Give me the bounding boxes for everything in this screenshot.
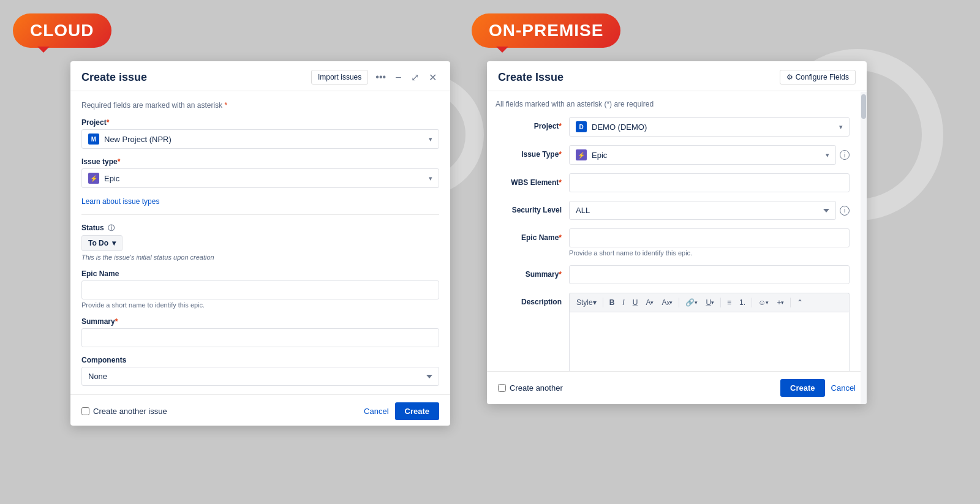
underline-button[interactable]: U <box>630 296 641 309</box>
expand-toolbar-button[interactable]: ⌃ <box>794 296 806 309</box>
minimize-button[interactable]: – <box>393 70 404 84</box>
components-label: Components <box>81 356 439 364</box>
onpremise-project-row: Project* D DEMO (DEMO) ▾ <box>496 117 850 137</box>
learn-issue-types-link[interactable]: Learn about issue types <box>81 197 159 206</box>
epic-name-input[interactable] <box>81 280 439 299</box>
cloud-dialog-title: Create issue <box>81 71 147 84</box>
security-info-icon[interactable]: i <box>840 206 850 216</box>
onpremise-create-another-checkbox[interactable] <box>498 384 506 392</box>
expand-button[interactable]: ⤢ <box>409 70 421 85</box>
components-select[interactable]: None <box>81 367 439 386</box>
toolbar-separator-3 <box>720 298 721 307</box>
project-select-wrapper[interactable]: M New Project (NPR) ▾ <box>81 129 439 149</box>
onpremise-summary-label: Summary* <box>496 265 569 279</box>
link-button[interactable]: 🔗 ▾ <box>682 296 701 309</box>
text-style-button[interactable]: Ax ▾ <box>658 296 676 309</box>
cloud-dialog-header-actions: Import issues ••• – ⤢ ✕ <box>311 70 439 85</box>
issue-type-field-group: Issue type* ⚡ Epic ▾ <box>81 157 439 188</box>
insert-button[interactable]: + ▾ <box>774 296 787 309</box>
bullet-list-button[interactable]: ≡ <box>724 296 734 309</box>
project-select[interactable]: New Project (NPR) <box>104 135 426 144</box>
onpremise-summary-row: Summary* <box>496 265 850 284</box>
style-dropdown-button[interactable]: Style ▾ <box>573 296 600 309</box>
onpremise-issue-type-label: Issue Type* <box>496 145 569 159</box>
issue-type-info-icon[interactable]: i <box>840 150 850 160</box>
issue-type-select[interactable]: Epic <box>104 174 426 183</box>
onpremise-create-button[interactable]: Create <box>780 379 824 397</box>
required-note: Required fields are marked with an aster… <box>81 101 439 110</box>
issue-type-label: Issue type* <box>81 157 439 166</box>
onpremise-issue-type-select-wrapper[interactable]: ⚡ Epic ▾ <box>569 145 836 165</box>
status-button[interactable]: To Do ▾ <box>81 235 123 251</box>
cloud-dialog-body: Required fields are marked with an aster… <box>70 91 450 394</box>
description-label: Description <box>496 293 569 306</box>
wbs-element-field <box>569 173 850 192</box>
security-level-label: Security Level <box>496 201 569 214</box>
onpremise-project-select[interactable]: DEMO (DEMO) <box>592 122 837 132</box>
more-options-button[interactable]: ••• <box>373 70 388 84</box>
toolbar-separator-4 <box>752 298 752 307</box>
wbs-element-input[interactable] <box>569 173 850 192</box>
status-value: To Do <box>88 239 108 247</box>
security-level-field: ALL i <box>569 201 850 220</box>
summary-label: Summary* <box>81 317 439 326</box>
cloud-create-button[interactable]: Create <box>395 402 439 420</box>
onpremise-project-arrow: ▾ <box>839 123 843 131</box>
description-toolbar: Style ▾ B I U A ▾ Ax ▾ 🔗 ▾ U ▾ ≡ 1. ☺ ▾ <box>569 293 850 312</box>
cloud-label: CLOUD <box>13 13 111 48</box>
onpremise-dialog-header: Create Issue ⚙ Configure Fields <box>487 61 867 91</box>
create-another-checkbox[interactable] <box>81 407 89 415</box>
cloud-dialog-footer: Create another issue Cancel Create <box>70 394 450 426</box>
cloud-dialog-header: Create issue Import issues ••• – ⤢ ✕ <box>70 61 450 91</box>
ordered-list-button[interactable]: 1. <box>736 296 748 309</box>
issue-type-select-wrapper[interactable]: ⚡ Epic ▾ <box>81 168 439 188</box>
import-issues-button[interactable]: Import issues <box>311 70 368 85</box>
onpremise-issue-type-row: Issue Type* ⚡ Epic ▾ i <box>496 145 850 165</box>
onpremise-cancel-button[interactable]: Cancel <box>831 383 856 393</box>
onpremise-epic-name-field: Provide a short name to identify this ep… <box>569 228 850 257</box>
onpremise-issue-type-select[interactable]: Epic <box>592 151 823 160</box>
security-select-group: ALL i <box>569 201 850 220</box>
style-chevron-icon: ▾ <box>593 298 597 307</box>
summary-input[interactable] <box>81 328 439 347</box>
project-label: Project* <box>81 118 439 127</box>
onpremise-issue-type-icon: ⚡ <box>576 149 587 160</box>
cloud-cancel-button[interactable]: Cancel <box>364 407 388 416</box>
onpremise-dialog-title: Create Issue <box>498 71 564 84</box>
onpremise-project-field: D DEMO (DEMO) ▾ <box>569 117 850 137</box>
create-another-checkbox-label[interactable]: Create another issue <box>81 407 358 416</box>
text-color-button[interactable]: A ▾ <box>643 296 657 309</box>
onpremise-issue-type-select-group: ⚡ Epic ▾ i <box>569 145 850 165</box>
onpremise-summary-input[interactable] <box>569 265 850 284</box>
onpremise-create-another-text: Create another <box>510 383 563 393</box>
summary-field-group: Summary* <box>81 317 439 347</box>
security-level-row: Security Level ALL i <box>496 201 850 220</box>
components-field-group: Components None <box>81 356 439 386</box>
underline2-button[interactable]: U ▾ <box>703 296 717 309</box>
emoji-button[interactable]: ☺ ▾ <box>755 296 772 309</box>
close-button[interactable]: ✕ <box>426 70 439 85</box>
security-level-select[interactable]: ALL <box>569 201 836 220</box>
onpremise-project-select-wrapper[interactable]: D DEMO (DEMO) ▾ <box>569 117 850 137</box>
onpremise-required-note: All fields marked with an asterisk (*) a… <box>496 100 850 108</box>
wbs-element-row: WBS Element* <box>496 173 850 192</box>
onpremise-create-another-label[interactable]: Create another <box>498 383 774 393</box>
description-field: Style ▾ B I U A ▾ Ax ▾ 🔗 ▾ U ▾ ≡ 1. ☺ ▾ <box>569 293 850 371</box>
project-select-arrow: ▾ <box>429 135 432 143</box>
italic-button[interactable]: I <box>619 296 627 309</box>
cloud-dialog: Create issue Import issues ••• – ⤢ ✕ Req… <box>70 61 450 426</box>
issue-type-icon: ⚡ <box>88 173 99 184</box>
status-info-icon: ⓘ <box>108 224 115 231</box>
configure-fields-button[interactable]: ⚙ Configure Fields <box>780 70 856 85</box>
epic-name-hint: Provide a short name to identify this ep… <box>81 301 439 309</box>
scrollbar-track[interactable] <box>861 92 867 404</box>
description-textarea[interactable] <box>569 312 850 371</box>
wbs-element-label: WBS Element* <box>496 173 569 187</box>
scrollbar-thumb <box>861 94 866 119</box>
onpremise-dialog-body: All fields marked with an asterisk (*) a… <box>487 91 867 371</box>
description-row: Description Style ▾ B I U A ▾ Ax ▾ 🔗 ▾ U… <box>496 293 850 371</box>
project-field-group: Project* M New Project (NPR) ▾ <box>81 118 439 149</box>
status-chevron-icon: ▾ <box>112 239 116 247</box>
bold-button[interactable]: B <box>606 296 618 309</box>
onpremise-epic-name-input[interactable] <box>569 228 850 247</box>
